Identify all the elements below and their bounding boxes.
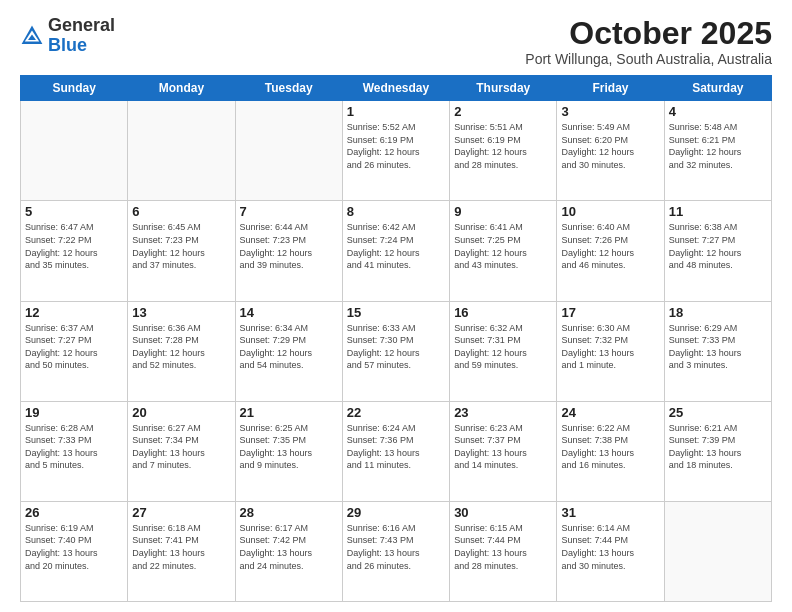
day-number: 23: [454, 405, 552, 420]
day-info: Sunrise: 6:17 AM Sunset: 7:42 PM Dayligh…: [240, 522, 338, 572]
day-number: 10: [561, 204, 659, 219]
day-info: Sunrise: 6:45 AM Sunset: 7:23 PM Dayligh…: [132, 221, 230, 271]
calendar-cell: 24Sunrise: 6:22 AM Sunset: 7:38 PM Dayli…: [557, 401, 664, 501]
day-info: Sunrise: 6:32 AM Sunset: 7:31 PM Dayligh…: [454, 322, 552, 372]
day-number: 1: [347, 104, 445, 119]
day-info: Sunrise: 5:48 AM Sunset: 6:21 PM Dayligh…: [669, 121, 767, 171]
calendar-cell: 18Sunrise: 6:29 AM Sunset: 7:33 PM Dayli…: [664, 301, 771, 401]
day-info: Sunrise: 6:14 AM Sunset: 7:44 PM Dayligh…: [561, 522, 659, 572]
calendar-cell: 6Sunrise: 6:45 AM Sunset: 7:23 PM Daylig…: [128, 201, 235, 301]
calendar-cell: 28Sunrise: 6:17 AM Sunset: 7:42 PM Dayli…: [235, 501, 342, 601]
day-number: 22: [347, 405, 445, 420]
day-number: 24: [561, 405, 659, 420]
day-number: 26: [25, 505, 123, 520]
calendar-week-row: 12Sunrise: 6:37 AM Sunset: 7:27 PM Dayli…: [21, 301, 772, 401]
day-number: 17: [561, 305, 659, 320]
calendar-day-header: Sunday: [21, 76, 128, 101]
day-info: Sunrise: 6:41 AM Sunset: 7:25 PM Dayligh…: [454, 221, 552, 271]
month-title: October 2025: [525, 16, 772, 51]
subtitle: Port Willunga, South Australia, Australi…: [525, 51, 772, 67]
calendar-cell: 11Sunrise: 6:38 AM Sunset: 7:27 PM Dayli…: [664, 201, 771, 301]
day-info: Sunrise: 5:51 AM Sunset: 6:19 PM Dayligh…: [454, 121, 552, 171]
calendar-cell: [664, 501, 771, 601]
day-number: 21: [240, 405, 338, 420]
day-number: 28: [240, 505, 338, 520]
calendar-day-header: Saturday: [664, 76, 771, 101]
logo-icon: [20, 24, 44, 48]
calendar-day-header: Monday: [128, 76, 235, 101]
day-info: Sunrise: 6:18 AM Sunset: 7:41 PM Dayligh…: [132, 522, 230, 572]
calendar-cell: 1Sunrise: 5:52 AM Sunset: 6:19 PM Daylig…: [342, 101, 449, 201]
day-number: 18: [669, 305, 767, 320]
day-info: Sunrise: 6:36 AM Sunset: 7:28 PM Dayligh…: [132, 322, 230, 372]
calendar-cell: 26Sunrise: 6:19 AM Sunset: 7:40 PM Dayli…: [21, 501, 128, 601]
calendar-day-header: Thursday: [450, 76, 557, 101]
calendar-day-header: Tuesday: [235, 76, 342, 101]
calendar-cell: 8Sunrise: 6:42 AM Sunset: 7:24 PM Daylig…: [342, 201, 449, 301]
calendar-cell: 30Sunrise: 6:15 AM Sunset: 7:44 PM Dayli…: [450, 501, 557, 601]
day-number: 8: [347, 204, 445, 219]
calendar-cell: 4Sunrise: 5:48 AM Sunset: 6:21 PM Daylig…: [664, 101, 771, 201]
day-number: 14: [240, 305, 338, 320]
calendar-cell: 23Sunrise: 6:23 AM Sunset: 7:37 PM Dayli…: [450, 401, 557, 501]
day-number: 27: [132, 505, 230, 520]
calendar-header-row: SundayMondayTuesdayWednesdayThursdayFrid…: [21, 76, 772, 101]
day-number: 5: [25, 204, 123, 219]
day-number: 31: [561, 505, 659, 520]
calendar-cell: 31Sunrise: 6:14 AM Sunset: 7:44 PM Dayli…: [557, 501, 664, 601]
calendar-cell: 29Sunrise: 6:16 AM Sunset: 7:43 PM Dayli…: [342, 501, 449, 601]
calendar-day-header: Friday: [557, 76, 664, 101]
day-info: Sunrise: 6:44 AM Sunset: 7:23 PM Dayligh…: [240, 221, 338, 271]
day-info: Sunrise: 5:52 AM Sunset: 6:19 PM Dayligh…: [347, 121, 445, 171]
calendar-cell: 20Sunrise: 6:27 AM Sunset: 7:34 PM Dayli…: [128, 401, 235, 501]
calendar-cell: 22Sunrise: 6:24 AM Sunset: 7:36 PM Dayli…: [342, 401, 449, 501]
logo-blue: Blue: [48, 35, 87, 55]
day-number: 19: [25, 405, 123, 420]
calendar-cell: 16Sunrise: 6:32 AM Sunset: 7:31 PM Dayli…: [450, 301, 557, 401]
day-info: Sunrise: 6:21 AM Sunset: 7:39 PM Dayligh…: [669, 422, 767, 472]
calendar-cell: 9Sunrise: 6:41 AM Sunset: 7:25 PM Daylig…: [450, 201, 557, 301]
day-info: Sunrise: 6:16 AM Sunset: 7:43 PM Dayligh…: [347, 522, 445, 572]
day-info: Sunrise: 6:23 AM Sunset: 7:37 PM Dayligh…: [454, 422, 552, 472]
header: General Blue October 2025 Port Willunga,…: [20, 16, 772, 67]
calendar-cell: [21, 101, 128, 201]
title-block: October 2025 Port Willunga, South Austra…: [525, 16, 772, 67]
day-number: 15: [347, 305, 445, 320]
calendar-cell: 19Sunrise: 6:28 AM Sunset: 7:33 PM Dayli…: [21, 401, 128, 501]
calendar-cell: [235, 101, 342, 201]
calendar-week-row: 1Sunrise: 5:52 AM Sunset: 6:19 PM Daylig…: [21, 101, 772, 201]
day-number: 2: [454, 104, 552, 119]
calendar-cell: 21Sunrise: 6:25 AM Sunset: 7:35 PM Dayli…: [235, 401, 342, 501]
calendar-cell: 3Sunrise: 5:49 AM Sunset: 6:20 PM Daylig…: [557, 101, 664, 201]
page: General Blue October 2025 Port Willunga,…: [0, 0, 792, 612]
calendar-week-row: 5Sunrise: 6:47 AM Sunset: 7:22 PM Daylig…: [21, 201, 772, 301]
day-info: Sunrise: 6:15 AM Sunset: 7:44 PM Dayligh…: [454, 522, 552, 572]
day-number: 25: [669, 405, 767, 420]
day-info: Sunrise: 6:19 AM Sunset: 7:40 PM Dayligh…: [25, 522, 123, 572]
day-info: Sunrise: 6:28 AM Sunset: 7:33 PM Dayligh…: [25, 422, 123, 472]
calendar-week-row: 26Sunrise: 6:19 AM Sunset: 7:40 PM Dayli…: [21, 501, 772, 601]
day-info: Sunrise: 6:25 AM Sunset: 7:35 PM Dayligh…: [240, 422, 338, 472]
day-info: Sunrise: 6:22 AM Sunset: 7:38 PM Dayligh…: [561, 422, 659, 472]
calendar-week-row: 19Sunrise: 6:28 AM Sunset: 7:33 PM Dayli…: [21, 401, 772, 501]
day-info: Sunrise: 6:27 AM Sunset: 7:34 PM Dayligh…: [132, 422, 230, 472]
day-info: Sunrise: 6:34 AM Sunset: 7:29 PM Dayligh…: [240, 322, 338, 372]
calendar-cell: 7Sunrise: 6:44 AM Sunset: 7:23 PM Daylig…: [235, 201, 342, 301]
day-number: 20: [132, 405, 230, 420]
day-number: 3: [561, 104, 659, 119]
calendar-cell: 13Sunrise: 6:36 AM Sunset: 7:28 PM Dayli…: [128, 301, 235, 401]
day-info: Sunrise: 6:37 AM Sunset: 7:27 PM Dayligh…: [25, 322, 123, 372]
day-number: 7: [240, 204, 338, 219]
day-number: 16: [454, 305, 552, 320]
day-number: 9: [454, 204, 552, 219]
calendar-cell: 2Sunrise: 5:51 AM Sunset: 6:19 PM Daylig…: [450, 101, 557, 201]
day-info: Sunrise: 6:42 AM Sunset: 7:24 PM Dayligh…: [347, 221, 445, 271]
logo-text: General Blue: [48, 16, 115, 56]
day-info: Sunrise: 6:24 AM Sunset: 7:36 PM Dayligh…: [347, 422, 445, 472]
day-info: Sunrise: 6:38 AM Sunset: 7:27 PM Dayligh…: [669, 221, 767, 271]
calendar-cell: 5Sunrise: 6:47 AM Sunset: 7:22 PM Daylig…: [21, 201, 128, 301]
day-info: Sunrise: 6:33 AM Sunset: 7:30 PM Dayligh…: [347, 322, 445, 372]
logo-general: General: [48, 15, 115, 35]
day-info: Sunrise: 6:47 AM Sunset: 7:22 PM Dayligh…: [25, 221, 123, 271]
calendar-cell: 27Sunrise: 6:18 AM Sunset: 7:41 PM Dayli…: [128, 501, 235, 601]
